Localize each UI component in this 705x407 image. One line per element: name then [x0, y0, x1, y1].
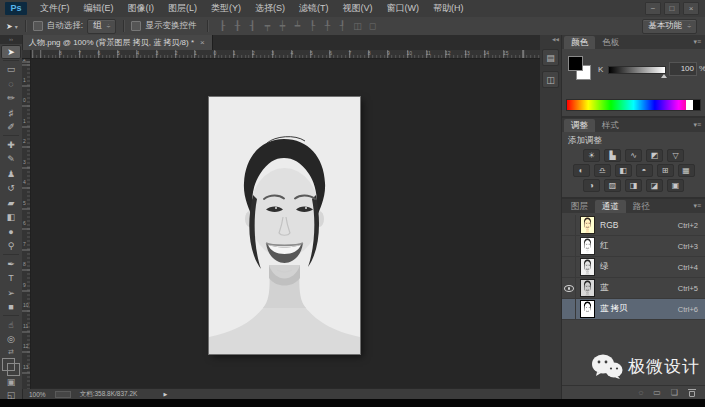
channel-row[interactable]: 红Ctrl+3 — [562, 236, 705, 257]
channel-thumbnail[interactable] — [581, 259, 594, 275]
status-options-box[interactable] — [55, 391, 71, 398]
channel-mixer-adjustment-icon[interactable]: ⊞ — [657, 164, 674, 177]
pen-tool[interactable]: ✒ — [1, 257, 21, 271]
load-channel-as-selection-button[interactable]: ◌ — [639, 388, 644, 397]
distribute-left-edges-icon[interactable]: ┞ — [307, 21, 317, 31]
menubar-item-2[interactable]: 图像(I) — [121, 0, 162, 17]
close-button[interactable]: × — [683, 2, 699, 15]
menubar-item-0[interactable]: 文件(F) — [33, 0, 77, 17]
auto-align-layers-icon[interactable]: ◫ — [352, 21, 362, 31]
rectangular-marquee-tool[interactable]: ▭ — [1, 62, 21, 76]
blur-tool[interactable]: ● — [1, 225, 21, 239]
k-slider[interactable] — [608, 66, 666, 74]
dodge-tool[interactable]: ⚲ — [1, 239, 21, 253]
invert-adjustment-icon[interactable]: ◑ — [583, 179, 600, 192]
quick-selection-tool[interactable]: ✏ — [1, 91, 21, 105]
eraser-tool[interactable]: ▰ — [1, 196, 21, 210]
menubar-item-9[interactable]: 帮助(H) — [426, 0, 471, 17]
align-top-edges-icon[interactable]: ┯ — [262, 21, 272, 31]
white-swatch[interactable] — [686, 100, 693, 110]
levels-adjustment-icon[interactable]: ▙ — [604, 149, 621, 162]
visibility-toggle[interactable] — [562, 299, 576, 319]
gradient-tool[interactable]: ◧ — [1, 210, 21, 224]
layers-panel-menu-icon[interactable]: ▾≡ — [693, 202, 701, 210]
current-tool-indicator[interactable]: ➤ ▾ — [6, 22, 18, 31]
align-horizontal-centers-icon[interactable]: ╂ — [232, 21, 242, 31]
menubar-item-4[interactable]: 类型(Y) — [204, 0, 248, 17]
background-color-swatch[interactable] — [7, 363, 20, 376]
layers-tab-1[interactable]: 通道 — [595, 200, 626, 213]
maximize-button[interactable]: □ — [664, 2, 680, 15]
channel-row[interactable]: RGBCtrl+2 — [562, 215, 705, 236]
toolbox-collapse-button[interactable]: ›› — [0, 35, 22, 44]
auto-select-target-dropdown[interactable]: 组 ÷ — [87, 19, 116, 34]
align-bottom-edges-icon[interactable]: ┷ — [292, 21, 302, 31]
menubar-item-7[interactable]: 视图(V) — [336, 0, 380, 17]
curves-adjustment-icon[interactable]: ∿ — [625, 149, 642, 162]
photo-filter-adjustment-icon[interactable]: ◓ — [636, 164, 653, 177]
black-white-adjustment-icon[interactable]: ◧ — [615, 164, 632, 177]
properties-panel-icon[interactable]: ◫ — [542, 71, 559, 88]
visibility-toggle[interactable] — [562, 236, 576, 256]
brightness-contrast-adjustment-icon[interactable]: ☀ — [583, 149, 600, 162]
menubar-item-3[interactable]: 图层(L) — [161, 0, 204, 17]
spot-healing-brush-tool[interactable]: ✚ — [1, 138, 21, 152]
tab-close-icon[interactable]: × — [200, 38, 205, 47]
status-expand-icon[interactable]: ▶ — [163, 391, 167, 397]
menubar-item-5[interactable]: 选择(S) — [248, 0, 292, 17]
horizontal-ruler[interactable]: 876543210123456789101112131415 — [30, 50, 540, 59]
selective-color-adjustment-icon[interactable]: ▣ — [667, 179, 684, 192]
ruler-origin-corner[interactable] — [22, 50, 31, 59]
workspace-switcher-dropdown[interactable]: 基本功能 ÷ — [642, 19, 697, 34]
align-vertical-centers-icon[interactable]: ┿ — [277, 21, 287, 31]
swap-colors-icon[interactable]: ⇄ — [8, 348, 14, 356]
rectangle-tool[interactable]: ■ — [1, 300, 21, 314]
channel-thumbnail[interactable] — [581, 217, 594, 233]
brush-tool[interactable]: ✎ — [1, 152, 21, 166]
type-tool[interactable]: T — [1, 271, 21, 285]
channel-thumbnail[interactable] — [581, 301, 594, 317]
channel-thumbnail[interactable] — [581, 280, 594, 296]
menubar-item-1[interactable]: 编辑(E) — [77, 0, 121, 17]
auto-select-checkbox[interactable] — [33, 21, 43, 31]
eyedropper-tool[interactable]: ✐ — [1, 120, 21, 134]
color-panel-menu-icon[interactable]: ▾≡ — [693, 38, 701, 46]
align-left-edges-icon[interactable]: ┠ — [217, 21, 227, 31]
clone-stamp-tool[interactable]: ♟ — [1, 167, 21, 181]
channel-thumbnail[interactable] — [581, 238, 594, 254]
color-spectrum-ramp[interactable] — [566, 99, 701, 111]
vibrance-adjustment-icon[interactable]: ▽ — [667, 149, 684, 162]
screen-mode-button[interactable]: ◱ — [7, 390, 16, 400]
path-selection-tool[interactable]: ➢ — [1, 286, 21, 300]
hue-saturation-adjustment-icon[interactable]: ◐ — [573, 164, 590, 177]
menubar-item-8[interactable]: 窗口(W) — [380, 0, 427, 17]
color-tab-0[interactable]: 颜色 — [564, 36, 595, 49]
crop-tool[interactable]: ♯ — [1, 106, 21, 120]
threshold-adjustment-icon[interactable]: ◨ — [625, 179, 642, 192]
hand-tool[interactable]: ☝ — [1, 318, 21, 332]
move-tool[interactable]: ➤ — [1, 45, 21, 59]
zoom-tool[interactable]: ◎ — [1, 332, 21, 346]
color-balance-adjustment-icon[interactable]: ♎ — [594, 164, 611, 177]
zoom-level-field[interactable]: 100% — [29, 391, 46, 398]
distribute-right-edges-icon[interactable]: ┦ — [337, 21, 347, 31]
menubar-item-6[interactable]: 滤镜(T) — [292, 0, 336, 17]
minimize-button[interactable]: − — [645, 2, 661, 15]
save-selection-as-channel-button[interactable]: ▭ — [653, 388, 661, 397]
dock-collapse-button[interactable]: ◀◀ — [540, 35, 561, 44]
align-right-edges-icon[interactable]: ┨ — [247, 21, 257, 31]
3d-mode-icon[interactable]: ◻ — [367, 21, 377, 31]
layers-tab-2[interactable]: 路径 — [626, 200, 657, 213]
document-tab[interactable]: 人物.png @ 100% (背景图层 拷贝, 蓝 拷贝/8) * × — [22, 35, 213, 50]
channel-row[interactable]: 蓝Ctrl+5 — [562, 278, 705, 299]
k-value-field[interactable]: 100 — [669, 62, 697, 76]
adjustments-panel-menu-icon[interactable]: ▾≡ — [693, 121, 701, 129]
gradient-map-adjustment-icon[interactable]: ◪ — [646, 179, 663, 192]
visibility-toggle[interactable] — [562, 257, 576, 277]
color-lookup-adjustment-icon[interactable]: ▦ — [678, 164, 695, 177]
vertical-ruler[interactable]: 21012345678910111213 — [22, 58, 31, 389]
quick-mask-mode-button[interactable]: ▣ — [7, 377, 16, 387]
slider-handle-icon[interactable] — [661, 74, 667, 78]
distribute-centers-icon[interactable]: ╀ — [322, 21, 332, 31]
panel-foreground-swatch[interactable] — [568, 56, 583, 71]
